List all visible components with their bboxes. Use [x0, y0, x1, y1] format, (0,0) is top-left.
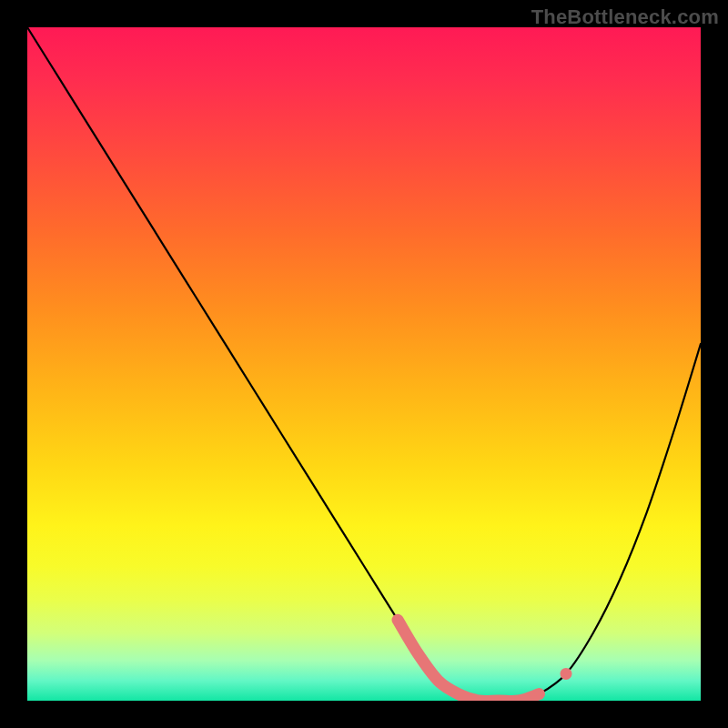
highlight-segment — [398, 620, 539, 701]
curve-svg — [27, 27, 701, 701]
plot-area — [27, 27, 701, 701]
chart-frame: TheBottleneck.com — [0, 0, 728, 728]
watermark-text: TheBottleneck.com — [531, 5, 719, 29]
bottleneck-curve — [27, 27, 701, 701]
highlight-marker-icon — [561, 668, 572, 680]
